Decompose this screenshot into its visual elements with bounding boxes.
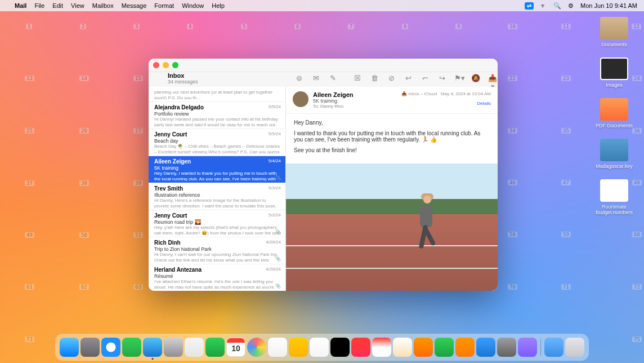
message-list-item[interactable]: Jenny Court5/2/24Reunion road trip 🌄Hey,…	[149, 210, 285, 237]
minimize-window-button[interactable]	[163, 62, 169, 68]
move-icon[interactable]: 📥▾	[488, 74, 497, 83]
desktop-icons: Documents Images PDF Documents Madagasca…	[594, 17, 634, 215]
msg-preview: Hey, y'all! Here are my selects (that's …	[154, 225, 281, 235]
attachment-icon: 📎	[275, 256, 281, 262]
close-window-button[interactable]	[153, 62, 159, 68]
menu-format[interactable]: Format	[154, 2, 174, 9]
dock-freeform[interactable]	[310, 338, 329, 357]
dock-contacts[interactable]	[164, 338, 183, 357]
control-center-icon[interactable]: ⚙	[568, 2, 574, 10]
folder-icon	[600, 98, 628, 121]
dock-separator	[540, 339, 541, 356]
spotlight-icon[interactable]: 🔍	[553, 2, 561, 10]
message-list-item[interactable]: Herland Antezana4/28/24RésuméI've attach…	[149, 264, 285, 291]
msg-preview: Hi Danny, Here's a reference image for t…	[154, 198, 281, 208]
menu-mailbox[interactable]: Mailbox	[92, 2, 114, 9]
dock-settings[interactable]	[497, 338, 516, 357]
menu-edit[interactable]: Edit	[52, 2, 63, 9]
window-titlebar[interactable]	[149, 59, 498, 72]
menu-file[interactable]: File	[34, 2, 44, 9]
dock-pages[interactable]	[455, 338, 475, 357]
dock-calendar[interactable]: 10	[226, 338, 245, 357]
msg-from: Rich Dinh	[154, 240, 281, 246]
details-link[interactable]: Details	[401, 101, 491, 106]
forward-icon[interactable]: ↪	[437, 74, 446, 83]
msg-subject: Reunion road trip 🌄	[154, 219, 281, 225]
dock-home[interactable]	[393, 338, 412, 357]
dock-iphone-mirror[interactable]	[518, 338, 537, 357]
dock-maps[interactable]	[185, 338, 204, 357]
message-list-item[interactable]: planning our next adventure (or at least…	[149, 87, 285, 102]
message-body: Hey Danny, I wanted to thank you for put…	[286, 114, 498, 163]
attachment-icon: 📎	[275, 284, 281, 289]
menu-message[interactable]: Message	[122, 2, 147, 9]
dock-appstore[interactable]	[476, 338, 495, 357]
dock: 10	[55, 334, 589, 361]
keynote-icon	[600, 139, 628, 161]
dock-tv[interactable]	[330, 338, 350, 357]
menu-help[interactable]: Help	[212, 2, 225, 9]
message-attachment-image[interactable]	[286, 163, 498, 291]
message-list-item[interactable]: Rich Dinh4/28/24Trip to Zion National Pa…	[149, 237, 285, 264]
message-list[interactable]: planning our next adventure (or at least…	[149, 87, 286, 291]
dock-photos[interactable]	[247, 338, 266, 357]
message-list-item[interactable]: Aileen Zeigen5/4/245K trainingHey Danny,…	[149, 156, 285, 183]
msg-preview: Beach Day 🌴 – Chill vibes – Beach games …	[154, 144, 281, 154]
msg-subject: Trip to Zion National Park	[154, 246, 281, 252]
msg-from: Jenny Court	[154, 213, 281, 219]
compose-icon[interactable]: ✎	[328, 74, 337, 83]
zoom-window-button[interactable]	[172, 62, 178, 68]
app-menu[interactable]: Mail	[15, 2, 26, 9]
msg-date: 5/4/24	[269, 158, 281, 163]
dock-finder[interactable]	[60, 338, 79, 357]
dock-safari[interactable]	[101, 338, 120, 357]
archive-icon[interactable]: ☒	[353, 74, 362, 83]
dock-facetime[interactable]	[205, 338, 225, 357]
desktop-icon-numbers[interactable]: Roommate Budget.numbers	[594, 179, 634, 215]
msg-subject: Résumé	[154, 273, 281, 279]
flag-icon[interactable]: ⚑▾	[454, 74, 463, 83]
mail-toolbar: ⊜ ✉ ✎ ☒ 🗑 ⊘ ↩ ⤺ ↪ ⚑▾ 🔕 📥▾ 🔍	[294, 74, 498, 83]
message-list-item[interactable]: Alejandra Delgado5/5/24Portfolio reviewH…	[149, 102, 285, 129]
message-list-item[interactable]: Jenny Court5/5/24Beach dayBeach Day 🌴 – …	[149, 129, 285, 156]
dock-trash[interactable]	[565, 338, 584, 357]
msg-preview: Hi Danny! Harland passed me your contact…	[154, 117, 281, 127]
junk-icon[interactable]: ⊘	[387, 74, 396, 83]
menubar-datetime[interactable]: Mon Jun 10 9:41 AM	[580, 2, 637, 9]
msg-from: Alejandra Delgado	[154, 104, 281, 110]
menu-window[interactable]: Window	[182, 2, 204, 9]
desktop-icon-images[interactable]: Images	[594, 57, 634, 88]
message-list-item[interactable]: Trev Smith5/3/24Illustration referenceHi…	[149, 183, 285, 210]
msg-subject: Portfolio review	[154, 111, 281, 117]
dock-numbers[interactable]	[435, 338, 454, 357]
folder-icon	[600, 17, 628, 39]
dock-music[interactable]	[351, 338, 370, 357]
trash-icon[interactable]: 🗑	[370, 74, 379, 83]
filter-icon[interactable]: ⊜	[294, 74, 303, 83]
dock-launchpad[interactable]	[80, 338, 100, 357]
folder-icon	[600, 57, 628, 80]
dock-mail[interactable]	[143, 338, 162, 357]
body-greeting: Hey Danny,	[294, 119, 490, 126]
dock-downloads[interactable]	[544, 338, 564, 357]
dock-messages[interactable]	[122, 338, 141, 357]
message-header: Aileen Zeigen 5K training To: Danny Rico…	[286, 87, 498, 114]
dock-news[interactable]	[372, 338, 391, 357]
viewer-timestamp: May 4, 2024 at 10:04 AM	[441, 91, 491, 96]
menu-view[interactable]: View	[71, 2, 84, 9]
dock-reminders[interactable]	[268, 338, 287, 357]
msg-preview: Hi Danny, I can't wait for our upcoming …	[154, 252, 281, 262]
attachment-icon: 📎	[275, 229, 281, 234]
screen-mirror-icon[interactable]: ⇄	[525, 2, 534, 10]
dock-books[interactable]	[414, 338, 433, 357]
desktop-icon-documents[interactable]: Documents	[594, 17, 634, 47]
reply-icon[interactable]: ↩	[404, 74, 413, 83]
dock-notes[interactable]	[289, 338, 308, 357]
reply-all-icon[interactable]: ⤺	[421, 74, 430, 83]
desktop-icon-keynote[interactable]: Madagascar.key	[594, 139, 634, 169]
desktop-icon-pdf[interactable]: PDF Documents	[594, 98, 634, 129]
mute-icon[interactable]: 🔕	[471, 74, 480, 83]
envelope-icon[interactable]: ✉	[311, 74, 320, 83]
wifi-icon[interactable]: ᯤ	[540, 2, 547, 9]
msg-date: 4/28/24	[266, 267, 281, 272]
